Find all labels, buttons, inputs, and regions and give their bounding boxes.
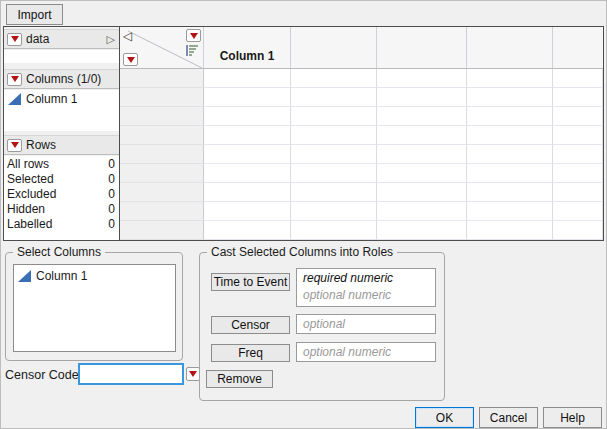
grid-cell[interactable] [467, 107, 553, 126]
grid-cell[interactable] [291, 164, 377, 183]
grid-row-header-cell[interactable] [120, 126, 204, 145]
grid-cell[interactable] [467, 126, 553, 145]
expand-arrow-icon[interactable]: ▷ [107, 33, 115, 46]
grid-cell[interactable] [553, 183, 603, 202]
grid-cell[interactable] [291, 221, 377, 240]
time-to-event-button[interactable]: Time to Event [211, 273, 290, 291]
grid-header-row: ◁ Column 1 [120, 27, 603, 69]
grid-row-header-cell[interactable] [120, 69, 204, 88]
import-button[interactable]: Import [6, 4, 63, 25]
censor-code-dropdown-icon[interactable] [186, 367, 200, 381]
freq-button[interactable]: Freq [211, 344, 290, 362]
grid-row-header-cell[interactable] [120, 88, 204, 107]
column-list-item[interactable]: Column 1 [4, 90, 119, 107]
censor-field[interactable]: optional [296, 314, 436, 334]
grid-cell[interactable] [204, 183, 291, 202]
cast-roles-title: Cast Selected Columns into Roles [207, 245, 397, 259]
grid-cell[interactable] [291, 88, 377, 107]
select-columns-title: Select Columns [13, 245, 105, 259]
grid-cell[interactable] [204, 164, 291, 183]
grid-cell[interactable] [553, 145, 603, 164]
censor-code-input[interactable] [78, 363, 184, 385]
grid-cell[interactable] [467, 69, 553, 88]
rows-stat-row: Selected 0 [4, 171, 119, 186]
continuous-column-icon [8, 93, 21, 105]
column-list-item[interactable]: Column 1 [14, 268, 175, 284]
cancel-button[interactable]: Cancel [479, 407, 538, 428]
grid-column-header[interactable] [291, 27, 377, 68]
grid-cell[interactable] [291, 202, 377, 221]
grid-cell[interactable] [377, 202, 467, 221]
grid-cell[interactable] [553, 126, 603, 145]
red-triangle-menu-icon[interactable] [7, 73, 22, 86]
collapse-rows-icon[interactable]: ◁ [123, 29, 132, 43]
grid-cell[interactable] [377, 126, 467, 145]
grid-cell[interactable] [204, 126, 291, 145]
grid-cell[interactable] [204, 88, 291, 107]
grid-cell[interactable] [553, 88, 603, 107]
stat-label: Excluded [7, 187, 56, 201]
grid-cell[interactable] [291, 126, 377, 145]
grid-row-header-cell[interactable] [120, 145, 204, 164]
grid-cell[interactable] [467, 183, 553, 202]
grid-column-header[interactable] [553, 27, 603, 68]
stat-label: Hidden [7, 202, 45, 216]
help-button[interactable]: Help [543, 407, 602, 428]
red-triangle-rows-menu-icon[interactable] [123, 53, 138, 66]
grid-cell[interactable] [377, 69, 467, 88]
grid-cell[interactable] [204, 202, 291, 221]
time-to-event-field[interactable]: required numeric optional numeric [296, 268, 436, 307]
grid-cell[interactable] [467, 221, 553, 240]
grid-cell[interactable] [377, 88, 467, 107]
grid-cell[interactable] [553, 202, 603, 221]
grid-cell[interactable] [377, 145, 467, 164]
red-triangle-columns-menu-icon[interactable] [186, 29, 201, 42]
grid-cell[interactable] [553, 164, 603, 183]
grid-row-header-cell[interactable] [120, 107, 204, 126]
grid-cell[interactable] [204, 145, 291, 164]
grid-cell[interactable] [377, 164, 467, 183]
ok-button[interactable]: OK [415, 407, 474, 428]
grid-cell[interactable] [377, 107, 467, 126]
red-triangle-menu-icon[interactable] [7, 33, 22, 46]
optional-text: optional [303, 316, 429, 333]
grid-row-header-cell[interactable] [120, 221, 204, 240]
grid-row-header-cell[interactable] [120, 202, 204, 221]
grid-row-header-cell[interactable] [120, 183, 204, 202]
remove-button[interactable]: Remove [206, 370, 273, 388]
rows-panel-header[interactable]: Rows [4, 135, 119, 155]
censor-button[interactable]: Censor [211, 316, 290, 334]
grid-cell[interactable] [291, 145, 377, 164]
grid-row-header-cell[interactable] [120, 164, 204, 183]
grid-cell[interactable] [467, 164, 553, 183]
grid-cell[interactable] [204, 69, 291, 88]
grid-cell[interactable] [553, 221, 603, 240]
rows-stat-row: Excluded 0 [4, 186, 119, 201]
data-panel-header[interactable]: data ▷ [4, 29, 119, 49]
grid-cell[interactable] [291, 107, 377, 126]
grid-cell[interactable] [467, 145, 553, 164]
stat-value: 0 [108, 157, 115, 171]
grid-row [120, 202, 603, 221]
stat-label: Selected [7, 172, 54, 186]
grid-cell[interactable] [467, 202, 553, 221]
grid-cell[interactable] [553, 69, 603, 88]
grid-column-header[interactable]: Column 1 [204, 27, 291, 68]
column-order-icon[interactable] [186, 45, 198, 57]
grid-cell[interactable] [553, 107, 603, 126]
grid-column-header[interactable] [377, 27, 467, 68]
grid-cell[interactable] [291, 183, 377, 202]
grid-cell[interactable] [204, 107, 291, 126]
columns-panel-header[interactable]: Columns (1/0) [4, 69, 119, 89]
grid-cell[interactable] [291, 69, 377, 88]
red-triangle-menu-icon[interactable] [7, 139, 22, 152]
grid-cell[interactable] [204, 221, 291, 240]
freq-field[interactable]: optional numeric [296, 342, 436, 362]
select-columns-listbox[interactable]: Column 1 [13, 264, 176, 352]
grid-cell[interactable] [467, 88, 553, 107]
jmp-launch-window: Import data ▷ Columns (1/0) Column 1 [0, 0, 607, 429]
grid-cell[interactable] [377, 183, 467, 202]
grid-corner-cell[interactable]: ◁ [120, 27, 204, 68]
grid-cell[interactable] [377, 221, 467, 240]
grid-column-header[interactable] [467, 27, 553, 68]
